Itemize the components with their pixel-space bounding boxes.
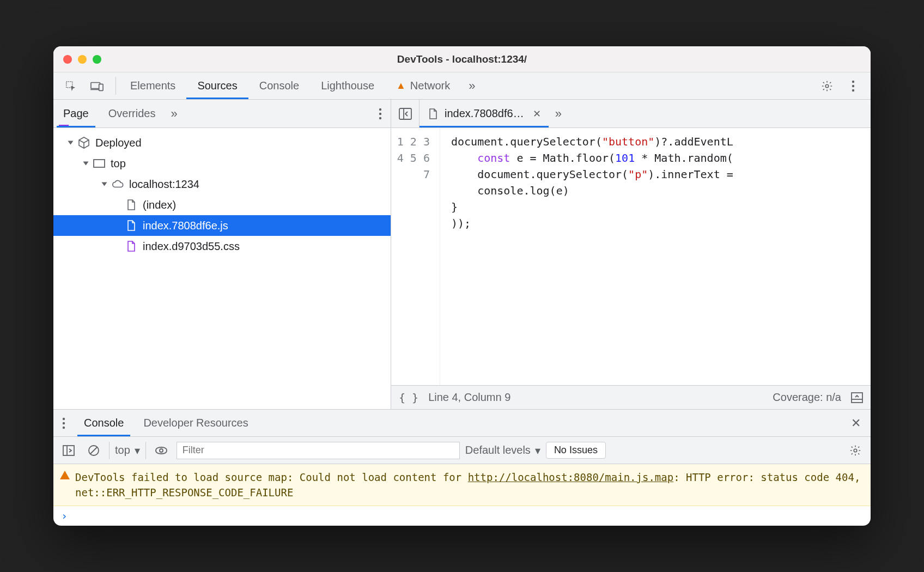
code-editor[interactable]: 1 2 3 4 5 6 7 document.querySelector("bu… <box>391 128 871 385</box>
drawer-tabs: Console Developer Resources ✕ <box>53 409 871 436</box>
line-gutter: 1 2 3 4 5 6 7 <box>391 128 440 385</box>
tab-console[interactable]: Console <box>248 72 310 99</box>
frame-icon <box>93 157 105 169</box>
svg-point-17 <box>63 426 65 428</box>
sources-subheader: Page Overrides » index.7808df6… ✕ » <box>53 100 871 128</box>
filter-input[interactable] <box>177 442 460 459</box>
svg-point-16 <box>63 422 65 424</box>
console-warning-message[interactable]: DevTools failed to load source map: Coul… <box>53 464 871 506</box>
traffic-lights <box>63 55 101 64</box>
cloud-icon <box>112 178 124 190</box>
titlebar: DevTools - localhost:1234/ <box>53 46 871 72</box>
svg-rect-2 <box>99 84 103 90</box>
navigator-tab-overrides[interactable]: Overrides <box>99 100 166 127</box>
editor-statusbar: { } Line 4, Column 9 Coverage: n/a <box>391 385 871 409</box>
tab-sources[interactable]: Sources <box>186 72 248 99</box>
pretty-print-icon[interactable]: { } <box>399 391 418 404</box>
warning-url-link[interactable]: http://localhost:8080/main.js.map <box>468 471 674 483</box>
tree-file-css[interactable]: index.d9703d55.css <box>53 236 391 257</box>
svg-point-6 <box>852 89 854 91</box>
drawer-tab-console[interactable]: Console <box>74 410 133 436</box>
deployed-icon <box>78 137 90 149</box>
file-icon <box>125 220 137 232</box>
file-icon <box>125 199 137 211</box>
svg-point-3 <box>825 84 829 88</box>
warning-icon: ▲ <box>396 80 406 92</box>
drawer-more-icon[interactable] <box>53 410 74 436</box>
svg-point-5 <box>852 84 854 87</box>
file-icon <box>427 108 439 120</box>
tree-node-deployed[interactable]: Deployed <box>53 132 391 153</box>
file-navigator-tree[interactable]: Deployed top localhost:1234 ( <box>53 128 391 409</box>
main-tabs-row: Elements Sources Console Lighthouse ▲ Ne… <box>53 72 871 100</box>
open-file-tab[interactable]: index.7808df6… ✕ <box>420 100 549 127</box>
live-expression-icon[interactable] <box>151 441 171 460</box>
more-tabs-button[interactable]: » <box>461 72 479 99</box>
code-content[interactable]: document.querySelector("button")?.addEve… <box>440 128 733 385</box>
svg-point-4 <box>852 80 854 82</box>
settings-icon[interactable] <box>817 76 837 96</box>
inspect-element-icon[interactable] <box>61 76 81 96</box>
console-prompt[interactable]: › <box>53 506 871 526</box>
svg-point-23 <box>854 449 857 452</box>
console-settings-icon[interactable] <box>846 441 865 460</box>
close-tab-icon[interactable]: ✕ <box>533 108 541 120</box>
tab-network[interactable]: ▲ Network <box>385 72 461 99</box>
navigator-tab-page[interactable]: Page <box>53 100 99 127</box>
tab-elements[interactable]: Elements <box>119 72 186 99</box>
tree-file-index[interactable]: (index) <box>53 194 391 215</box>
clear-console-icon[interactable] <box>84 441 104 460</box>
tree-node-top[interactable]: top <box>53 153 391 174</box>
svg-point-15 <box>63 417 65 419</box>
more-file-tabs-button[interactable]: » <box>549 107 565 121</box>
code-editor-pane: 1 2 3 4 5 6 7 document.querySelector("bu… <box>391 128 871 409</box>
more-navigator-tabs-button[interactable]: » <box>165 107 179 121</box>
close-window-button[interactable] <box>63 55 72 64</box>
svg-point-8 <box>379 112 381 114</box>
log-levels-select[interactable]: Default levels ▾ <box>465 444 540 457</box>
svg-point-22 <box>160 449 163 452</box>
tab-lighthouse[interactable]: Lighthouse <box>310 72 385 99</box>
context-selector[interactable]: top ▾ <box>109 442 146 459</box>
console-sidebar-toggle-icon[interactable] <box>59 441 78 460</box>
minimize-window-button[interactable] <box>78 55 87 64</box>
close-drawer-icon[interactable]: ✕ <box>841 410 871 436</box>
main-tabs: Elements Sources Console Lighthouse ▲ Ne… <box>119 72 461 99</box>
svg-line-21 <box>90 447 97 454</box>
coverage-status: Coverage: n/a <box>773 391 841 404</box>
window-title: DevTools - localhost:1234/ <box>53 53 871 65</box>
zoom-window-button[interactable] <box>93 55 101 64</box>
drawer-tab-devresources[interactable]: Developer Resources <box>133 410 258 436</box>
svg-point-7 <box>379 108 381 110</box>
svg-point-9 <box>379 117 381 119</box>
devtools-window: DevTools - localhost:1234/ Elements Sour… <box>53 46 871 526</box>
chevron-down-icon: ▾ <box>535 444 540 457</box>
tree-node-host[interactable]: localhost:1234 <box>53 174 391 194</box>
tree-file-js[interactable]: index.7808df6e.js <box>53 215 391 236</box>
show-details-icon[interactable] <box>851 392 863 403</box>
kebab-menu-icon[interactable] <box>843 76 863 96</box>
toggle-navigator-icon[interactable] <box>391 100 420 127</box>
svg-rect-18 <box>63 446 74 455</box>
chevron-down-icon: ▾ <box>135 444 140 457</box>
sources-main-split: Deployed top localhost:1234 ( <box>53 128 871 409</box>
svg-rect-12 <box>94 160 105 167</box>
console-toolbar: top ▾ Default levels ▾ No Issues <box>53 436 871 464</box>
cursor-position: Line 4, Column 9 <box>428 391 510 404</box>
issues-button[interactable]: No Issues <box>546 442 606 459</box>
svg-rect-13 <box>852 393 862 403</box>
device-toolbar-icon[interactable] <box>87 76 107 96</box>
navigator-more-icon[interactable] <box>370 108 391 120</box>
file-icon <box>125 240 137 252</box>
console-messages: DevTools failed to load source map: Coul… <box>53 464 871 526</box>
